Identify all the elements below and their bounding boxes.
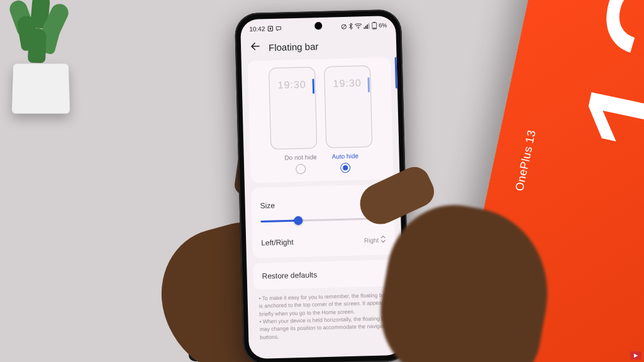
preview-clock: 19:30 xyxy=(269,79,314,91)
svg-point-4 xyxy=(358,28,359,29)
phone-frame: 10:42 xyxy=(235,9,411,362)
statusbar-time: 10:42 xyxy=(249,25,265,33)
svg-rect-5 xyxy=(364,27,365,29)
svg-point-1 xyxy=(269,28,271,30)
radio-auto-hide[interactable]: Auto hide xyxy=(332,152,359,173)
page-title: Floating bar xyxy=(269,41,319,53)
bluetooth-icon xyxy=(348,23,353,30)
wifi-icon xyxy=(355,23,362,29)
preview-do-not-hide[interactable]: 19:30 xyxy=(269,67,317,150)
preview-floating-bar-faded xyxy=(367,77,370,92)
radio-circle-icon xyxy=(296,164,306,174)
preview-auto-hide[interactable]: 19:30 xyxy=(323,65,372,148)
signal-icon xyxy=(364,23,370,28)
phone-screen: 10:42 xyxy=(240,16,404,359)
smartwatch xyxy=(189,336,233,361)
plant-decor xyxy=(0,0,94,113)
product-box-number: 13 xyxy=(569,0,644,178)
left-right-value: Right xyxy=(364,236,379,244)
floating-bar-indicator[interactable] xyxy=(395,57,397,89)
product-box: OnePlus 13 13 xyxy=(453,0,644,362)
help-text: • To make it easy for you to remember, t… xyxy=(247,291,404,341)
left-right-row[interactable]: Left/Right Right xyxy=(258,229,389,250)
svg-rect-6 xyxy=(365,26,367,29)
help-line-2: • When your device is held horizontally,… xyxy=(259,314,392,341)
hide-mode-card: 19:30 19:30 Do not hide xyxy=(248,57,394,183)
svg-rect-8 xyxy=(369,23,370,28)
preview-clock: 19:30 xyxy=(325,77,370,90)
statusbar-battery-pct: 6% xyxy=(379,22,387,28)
preview-floating-bar xyxy=(312,79,314,94)
watermark: ▶ xyxy=(630,351,641,359)
battery-icon xyxy=(372,22,377,30)
restore-defaults-button[interactable]: Restore defaults xyxy=(253,260,396,290)
up-down-chevron-icon xyxy=(380,234,386,244)
product-box-brand: OnePlus 13 xyxy=(513,128,539,192)
notification-icon xyxy=(267,25,273,31)
size-position-card: Size Left/Right Right xyxy=(251,184,396,258)
restore-label: Restore defaults xyxy=(262,270,317,280)
help-line-1: • To make it easy for you to remember, t… xyxy=(258,291,392,317)
radio-label: Auto hide xyxy=(332,152,359,160)
radio-do-not-hide[interactable]: Do not hide xyxy=(284,153,317,174)
dnd-icon xyxy=(341,23,347,29)
svg-line-3 xyxy=(342,25,346,28)
back-button[interactable] xyxy=(250,40,262,54)
svg-rect-11 xyxy=(373,28,376,28)
size-label: Size xyxy=(260,198,386,210)
radio-label: Do not hide xyxy=(284,153,316,161)
svg-rect-7 xyxy=(367,25,368,29)
radio-circle-active-icon xyxy=(340,163,350,173)
message-icon xyxy=(275,25,281,31)
left-right-label: Left/Right xyxy=(261,238,294,247)
size-slider[interactable] xyxy=(260,213,386,226)
